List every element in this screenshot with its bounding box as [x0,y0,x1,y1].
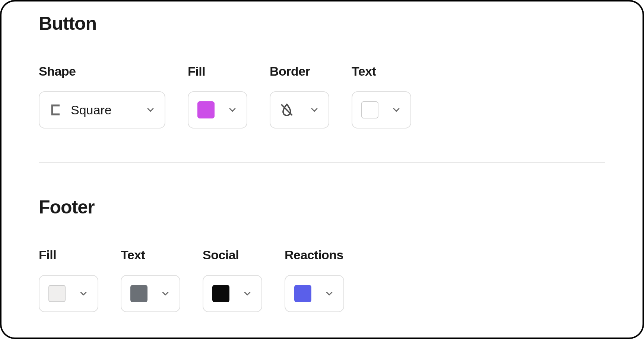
chevron-down-icon [242,288,253,299]
chevron-down-icon [309,105,320,115]
section-title-footer: Footer [39,196,605,218]
field-button-text: Text [352,64,411,129]
dropdown-button-border[interactable] [270,91,329,129]
field-footer-fill: Fill [39,248,98,312]
label-footer-social: Social [203,248,262,262]
section-title-button: Button [39,13,605,34]
chevron-down-icon [160,288,171,299]
button-row: Shape Square Fill Border [39,64,605,129]
dropdown-footer-social[interactable] [203,275,262,312]
chevron-down-icon [324,288,334,299]
chevron-down-icon [145,105,156,115]
label-footer-reactions: Reactions [285,248,344,262]
field-footer-social: Social [203,248,262,312]
label-button-border: Border [270,64,329,79]
dropdown-shape-value: Square [71,103,112,117]
swatch-button-fill [197,101,215,118]
dropdown-shape[interactable]: Square [39,91,165,129]
dropdown-footer-reactions[interactable] [285,275,344,312]
chevron-down-icon [391,105,402,115]
droplet-off-icon [279,102,294,117]
chevron-down-icon [227,105,238,115]
footer-row: Fill Text Social [39,248,605,312]
section-divider [39,162,605,163]
settings-panel: Button Shape Square Fill [0,0,644,339]
field-shape: Shape Square [39,64,165,129]
label-shape: Shape [39,64,165,79]
field-footer-reactions: Reactions [285,248,344,312]
swatch-footer-reactions [294,285,311,302]
square-shape-icon [48,102,63,117]
dropdown-footer-fill[interactable] [39,275,98,312]
field-button-border: Border [270,64,329,129]
label-footer-fill: Fill [39,248,98,262]
dropdown-footer-text[interactable] [121,275,180,312]
field-button-fill: Fill [188,64,247,129]
chevron-down-icon [78,288,89,299]
swatch-footer-fill [48,285,66,302]
label-button-fill: Fill [188,64,247,79]
dropdown-button-fill[interactable] [188,91,247,129]
field-footer-text: Text [121,248,180,312]
swatch-button-text [361,101,378,118]
label-button-text: Text [352,64,411,79]
dropdown-button-text[interactable] [352,91,411,129]
swatch-footer-text [130,285,147,302]
label-footer-text: Text [121,248,180,262]
swatch-footer-social [212,285,229,302]
